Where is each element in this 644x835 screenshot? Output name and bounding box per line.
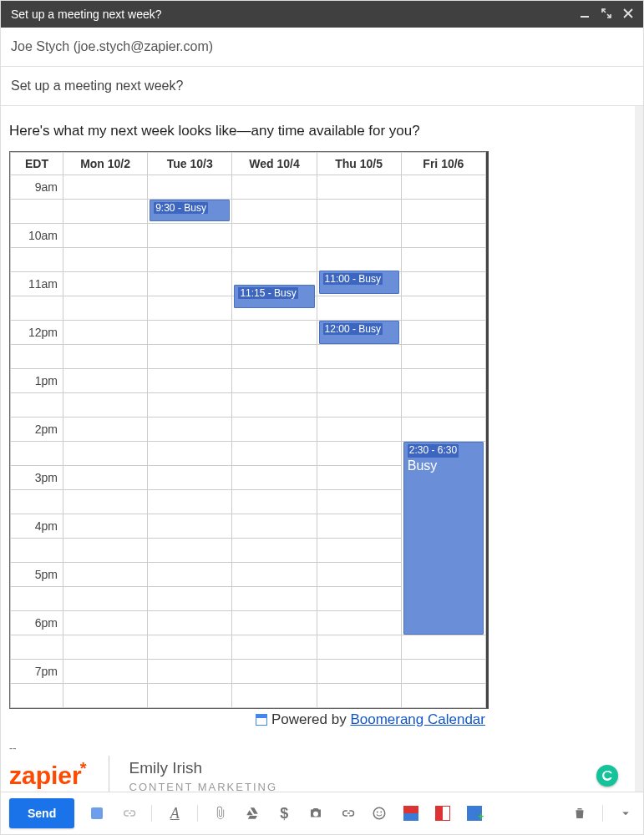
money-icon[interactable]: $ bbox=[275, 804, 293, 822]
toolbar-separator bbox=[151, 805, 152, 822]
more-options-icon[interactable] bbox=[616, 804, 635, 822]
emoji-icon[interactable] bbox=[370, 804, 388, 822]
day-header: Mon 10/2 bbox=[63, 153, 148, 175]
compose-toolbar: Send A $ bbox=[1, 792, 643, 834]
close-icon[interactable] bbox=[623, 8, 633, 21]
hour-label: 3pm bbox=[11, 466, 63, 490]
hour-label: 11am bbox=[11, 272, 63, 296]
expand-icon[interactable] bbox=[601, 8, 611, 21]
window-title: Set up a meeting next week? bbox=[11, 8, 580, 21]
boomerang-link[interactable]: Boomerang Calendar bbox=[350, 711, 485, 727]
grammarly-icon[interactable] bbox=[596, 765, 618, 787]
calendar-cell[interactable]: 12:00 - Busy bbox=[317, 321, 401, 345]
day-header: Thu 10/5 bbox=[317, 153, 401, 175]
signature-separator: -- bbox=[9, 741, 626, 754]
hour-label: 6pm bbox=[11, 611, 63, 635]
event-busy[interactable]: 12:00 - Busy bbox=[319, 321, 399, 344]
intro-text: Here's what my next week looks like—any … bbox=[9, 123, 626, 139]
timezone-label: EDT bbox=[11, 153, 63, 175]
hour-label: 1pm bbox=[11, 369, 63, 393]
svg-point-3 bbox=[381, 812, 383, 813]
calendar-grid: EDT Mon 10/2 Tue 10/3 Wed 10/4 Thu 10/5 … bbox=[9, 151, 489, 709]
event-busy[interactable]: 9:30 - Busy bbox=[150, 200, 230, 221]
day-header: Wed 10/4 bbox=[232, 153, 317, 175]
calendar-cell[interactable]: 2:30 - 6:30 Busy bbox=[401, 442, 485, 635]
window-controls bbox=[580, 8, 633, 21]
compose-window: Set up a meeting next week? Joe Stych (j… bbox=[0, 0, 644, 835]
boomerang-badge-icon[interactable] bbox=[88, 804, 106, 822]
powered-by: Powered by Boomerang Calendar bbox=[9, 709, 485, 741]
event-busy[interactable]: 11:15 - Busy bbox=[234, 285, 314, 308]
boomerang-icon-1[interactable] bbox=[402, 804, 420, 822]
calendar-icon bbox=[256, 714, 267, 726]
message-body[interactable]: Here's what my next week looks like—any … bbox=[1, 106, 643, 792]
svg-point-1 bbox=[373, 807, 385, 819]
titlebar: Set up a meeting next week? bbox=[1, 1, 643, 28]
signature: zapier* Emily Irish CONTENT MARKETING bbox=[9, 756, 626, 792]
boomerang-icon-2[interactable] bbox=[434, 804, 452, 822]
hour-label: 2pm bbox=[11, 418, 63, 442]
zapier-logo: zapier* bbox=[9, 762, 89, 790]
to-field[interactable]: Joe Stych (joe.stych@zapier.com) bbox=[1, 28, 643, 67]
calendar-cell[interactable]: 9:30 - Busy bbox=[148, 200, 232, 224]
day-header: Tue 10/3 bbox=[148, 153, 232, 175]
boomerang-icon-3[interactable] bbox=[465, 804, 484, 822]
attach-icon[interactable] bbox=[211, 804, 230, 822]
signature-divider bbox=[109, 756, 109, 792]
hour-label: 5pm bbox=[11, 563, 63, 587]
hour-label: 12pm bbox=[11, 321, 63, 345]
drive-icon[interactable] bbox=[243, 804, 261, 822]
hour-label: 4pm bbox=[11, 514, 63, 539]
hour-label: 10am bbox=[11, 224, 63, 248]
calendar-cell[interactable]: 11:15 - Busy bbox=[232, 296, 317, 321]
svg-rect-0 bbox=[581, 16, 589, 18]
subject-field[interactable]: Set up a meeting next week? bbox=[1, 67, 643, 106]
calendar-cell[interactable]: 11:00 - Busy bbox=[317, 272, 401, 296]
trash-icon[interactable] bbox=[570, 804, 589, 822]
toolbar-separator bbox=[197, 805, 198, 822]
link-icon[interactable] bbox=[338, 804, 357, 822]
toolbar-separator bbox=[602, 805, 603, 822]
signature-name: Emily Irish bbox=[129, 759, 278, 777]
formatting-icon[interactable]: A bbox=[165, 804, 184, 822]
event-busy[interactable]: 2:30 - 6:30 Busy bbox=[403, 442, 484, 635]
photo-icon[interactable] bbox=[307, 804, 325, 822]
hour-label: 7pm bbox=[11, 660, 63, 684]
signature-role: CONTENT MARKETING bbox=[129, 781, 278, 792]
insert-link-icon[interactable] bbox=[119, 804, 138, 822]
send-button[interactable]: Send bbox=[9, 798, 74, 828]
day-header: Fri 10/6 bbox=[401, 153, 485, 175]
event-busy[interactable]: 11:00 - Busy bbox=[319, 271, 399, 294]
hour-label: 9am bbox=[11, 175, 63, 200]
minimize-icon[interactable] bbox=[580, 8, 590, 21]
calendar-header-row: EDT Mon 10/2 Tue 10/3 Wed 10/4 Thu 10/5 … bbox=[11, 153, 486, 175]
svg-point-2 bbox=[377, 812, 378, 813]
